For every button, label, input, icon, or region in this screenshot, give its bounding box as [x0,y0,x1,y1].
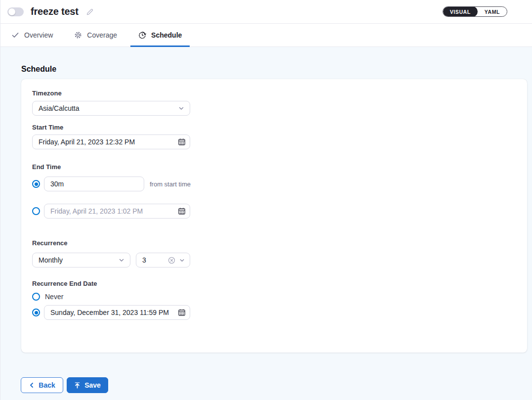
back-button-label: Back [39,381,55,389]
header: freeze test VISUAL YAML [0,0,532,24]
recurrence-count-value: 3 [142,256,146,264]
end-time-duration-row: from start time [32,177,516,191]
recurrence-type-select[interactable]: Monthly [32,253,130,267]
tab-label: Overview [24,31,53,39]
timezone-label: Timezone [32,90,516,97]
yaml-toggle-button[interactable]: YAML [478,6,507,17]
never-row: Never [32,292,516,302]
tab-overview[interactable]: Overview [3,24,61,46]
count-controls [168,257,185,264]
pencil-icon[interactable] [85,7,94,16]
recurrence-count-select[interactable]: 3 [136,253,190,267]
timezone-value: Asia/Calcutta [39,104,79,112]
schedule-panel: Schedule Timezone Asia/Calcutta Start Ti… [0,47,532,400]
recurrence-end-date-label: Recurrence End Date [32,280,516,287]
recurrence-row: Monthly 3 [32,253,516,267]
recurrence-label: Recurrence [32,240,516,247]
recurrence-end-date-row [32,305,516,320]
end-time-date-row [32,204,516,219]
check-icon [11,31,19,39]
end-time-duration-input[interactable] [44,177,144,191]
recurrence-end-date-field [44,305,190,320]
never-radio[interactable] [32,293,40,301]
chevron-down-icon[interactable] [179,257,185,264]
chevron-down-icon [118,257,125,264]
calendar-icon[interactable] [178,309,186,316]
start-time-label: Start Time [32,124,516,131]
start-time-field [32,134,190,149]
duration-suffix-text: from start time [150,180,191,188]
recurring-clock-icon [138,31,146,39]
never-label: Never [45,293,63,301]
recurrence-end-date-input[interactable] [44,305,190,320]
save-button-label: Save [84,381,101,389]
start-time-input[interactable] [32,134,190,149]
freeze-enable-toggle[interactable] [7,7,24,16]
tab-label: Schedule [151,31,182,39]
timezone-select[interactable]: Asia/Calcutta [32,101,190,116]
end-time-label: End Time [32,164,516,171]
visual-toggle-button[interactable]: VISUAL [443,6,478,17]
tab-bar: Overview Coverage Schedule [0,24,532,47]
view-mode-toggle: VISUAL YAML [443,6,507,17]
end-time-date-input[interactable] [44,204,190,219]
upload-arrow-icon [74,382,81,389]
tab-label: Coverage [87,31,117,39]
page-title: freeze test [31,6,79,17]
tab-schedule[interactable]: Schedule [130,24,190,46]
chevron-down-icon [178,105,185,112]
chevron-left-icon [29,382,35,388]
gear-icon [74,31,82,39]
end-time-duration-radio[interactable] [32,180,40,188]
calendar-icon[interactable] [178,138,186,146]
schedule-form-card: Timezone Asia/Calcutta Start Time [21,79,527,353]
end-time-date-field [44,204,190,219]
toggle-knob [8,8,15,15]
recurrence-end-date-radio[interactable] [32,309,40,316]
footer-actions: Back Save [21,377,108,393]
calendar-icon[interactable] [178,207,186,215]
circled-x-icon[interactable] [168,257,175,264]
section-heading: Schedule [21,65,527,74]
recurrence-type-value: Monthly [39,256,63,264]
end-time-date-radio[interactable] [32,207,40,215]
save-button[interactable]: Save [67,377,108,393]
tab-coverage[interactable]: Coverage [66,24,125,46]
back-button[interactable]: Back [21,377,63,393]
